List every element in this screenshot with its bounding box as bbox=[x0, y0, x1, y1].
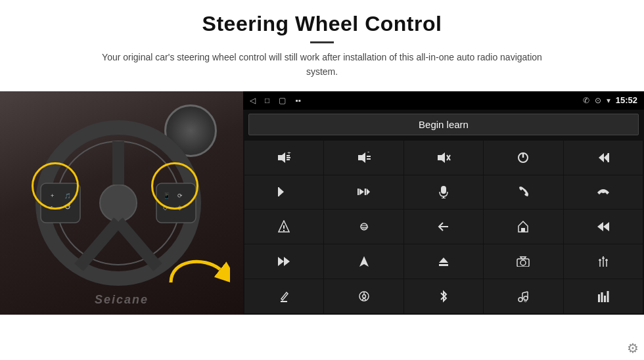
svg-marker-17 bbox=[278, 152, 285, 163]
control-grid: + - bbox=[243, 139, 644, 315]
vol-down-button[interactable]: - bbox=[324, 141, 403, 175]
edit-button[interactable] bbox=[244, 279, 323, 313]
camera-button[interactable] bbox=[484, 244, 563, 279]
svg-marker-31 bbox=[599, 153, 604, 162]
music-settings-button[interactable]: ⚙ bbox=[484, 279, 563, 313]
alert-button[interactable] bbox=[244, 210, 323, 244]
svg-marker-22 bbox=[358, 152, 365, 163]
head-unit: ◁ □ ▢ ▪▪ ✆ ⊙ ▾ 15:52 Begin learn bbox=[243, 91, 644, 315]
head-unit-wrapper: ◁ □ ▢ ▪▪ ✆ ⊙ ▾ 15:52 Begin learn bbox=[243, 91, 644, 360]
page-wrapper: Steering Wheel Control Your original car… bbox=[0, 0, 644, 360]
steering-wheel-image: + - 🎵 ↺ 📱 ◇ ⟳ ◇ bbox=[0, 91, 243, 315]
camera-360-button[interactable]: 360° bbox=[324, 210, 403, 244]
recents-nav-icon[interactable]: ▢ bbox=[279, 96, 286, 105]
svg-marker-54 bbox=[278, 257, 284, 266]
svg-marker-57 bbox=[439, 258, 448, 263]
svg-text:-: - bbox=[367, 152, 369, 155]
next-button[interactable] bbox=[244, 175, 323, 210]
svg-point-70 bbox=[362, 294, 365, 298]
svg-marker-34 bbox=[279, 187, 284, 196]
back-button[interactable] bbox=[404, 210, 483, 244]
seicane-watermark: Seicane bbox=[95, 293, 149, 307]
home-nav-icon[interactable]: □ bbox=[265, 96, 269, 105]
vol-up-button[interactable]: + bbox=[244, 141, 323, 175]
phone-status-icon: ✆ bbox=[583, 96, 589, 105]
svg-marker-56 bbox=[359, 256, 369, 267]
direction-arrow bbox=[164, 246, 230, 295]
svg-text:⚙: ⚙ bbox=[524, 299, 527, 302]
begin-learn-row: Begin learn bbox=[243, 110, 644, 139]
svg-line-73 bbox=[364, 298, 366, 300]
svg-text:+: + bbox=[287, 152, 291, 156]
page-title: Steering Wheel Control bbox=[202, 12, 442, 36]
svg-marker-39 bbox=[367, 189, 370, 195]
power-button[interactable] bbox=[484, 141, 563, 175]
svg-marker-37 bbox=[359, 189, 364, 195]
svg-rect-81 bbox=[601, 292, 603, 302]
mute-button[interactable] bbox=[404, 141, 483, 175]
content-row: + - 🎵 ↺ 📱 ◇ ⟳ ◇ bbox=[0, 91, 644, 360]
fast-forward-button[interactable] bbox=[244, 244, 323, 279]
svg-rect-40 bbox=[441, 186, 446, 194]
svg-line-5 bbox=[118, 221, 158, 267]
svg-line-4 bbox=[79, 221, 118, 267]
header-section: Steering Wheel Control Your original car… bbox=[0, 0, 644, 87]
phone-end-button[interactable] bbox=[564, 175, 643, 210]
svg-rect-80 bbox=[598, 294, 600, 302]
skip-next-button[interactable] bbox=[324, 175, 403, 210]
highlight-circle-right bbox=[151, 162, 198, 210]
begin-learn-button[interactable]: Begin learn bbox=[248, 114, 639, 135]
wifi-status-icon: ▾ bbox=[607, 96, 610, 105]
gear-settings-button[interactable]: ⚙ bbox=[627, 340, 639, 356]
prev-track-button[interactable] bbox=[564, 141, 643, 175]
svg-marker-52 bbox=[603, 222, 609, 231]
subtitle: Your original car's steering wheel contr… bbox=[85, 50, 559, 79]
status-left: ◁ □ ▢ ▪▪ bbox=[250, 96, 301, 105]
svg-rect-83 bbox=[607, 291, 609, 302]
svg-point-60 bbox=[520, 260, 526, 265]
svg-point-45 bbox=[283, 230, 285, 231]
title-divider bbox=[310, 41, 334, 43]
back-nav-icon[interactable]: ◁ bbox=[250, 96, 256, 105]
eq-settings-button[interactable] bbox=[564, 244, 643, 279]
bluetooth-button[interactable] bbox=[404, 279, 483, 313]
navigate-button[interactable] bbox=[324, 244, 403, 279]
svg-marker-26 bbox=[438, 152, 445, 163]
steering-button[interactable] bbox=[324, 279, 403, 313]
svg-marker-61 bbox=[520, 257, 526, 259]
mic-button[interactable] bbox=[404, 175, 483, 210]
svg-marker-33 bbox=[604, 153, 609, 162]
location-status-icon: ⊙ bbox=[595, 96, 601, 105]
svg-marker-53 bbox=[597, 222, 603, 231]
phone-answer-button[interactable] bbox=[484, 175, 563, 210]
svg-marker-55 bbox=[284, 257, 290, 266]
battery-icon: ▪▪ bbox=[295, 96, 301, 105]
status-time: 15:52 bbox=[616, 95, 637, 105]
svg-point-74 bbox=[518, 298, 522, 302]
svg-text:360°: 360° bbox=[361, 226, 368, 230]
home-button[interactable] bbox=[484, 210, 563, 244]
highlight-circle-left bbox=[32, 162, 79, 210]
svg-rect-51 bbox=[521, 228, 525, 232]
svg-point-2 bbox=[100, 185, 137, 221]
equalizer-button[interactable] bbox=[564, 279, 643, 313]
svg-line-78 bbox=[522, 292, 528, 293]
svg-rect-82 bbox=[604, 296, 606, 302]
status-right: ✆ ⊙ ▾ 15:52 bbox=[583, 95, 637, 105]
status-bar: ◁ □ ▢ ▪▪ ✆ ⊙ ▾ 15:52 bbox=[243, 91, 644, 110]
rewind-button[interactable] bbox=[564, 210, 643, 244]
svg-rect-58 bbox=[439, 264, 448, 266]
eject-button[interactable] bbox=[404, 244, 483, 279]
